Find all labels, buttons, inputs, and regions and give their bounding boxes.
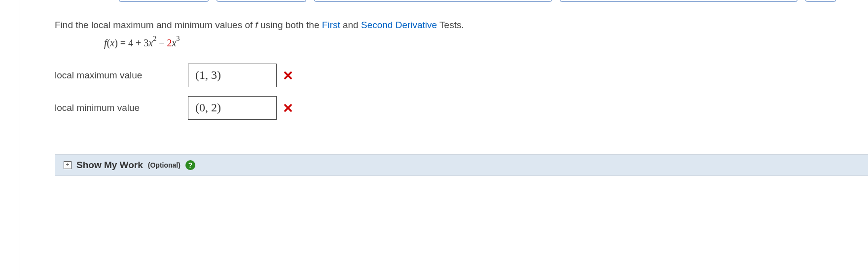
answer-row-min: local minimum value (0, 2): [55, 96, 868, 120]
prompt-text: Find the local maximum and minimum value…: [55, 20, 255, 30]
incorrect-icon: [284, 71, 292, 80]
answer-label: local minimum value: [55, 103, 188, 113]
show-my-work-optional: (Optional): [148, 161, 181, 169]
tab-stub: [314, 0, 552, 2]
tab-stub: [805, 0, 836, 2]
answer-row-max: local maximum value (1, 3): [55, 64, 868, 87]
expand-icon[interactable]: +: [64, 161, 72, 169]
question-panel: Find the local maximum and minimum value…: [20, 0, 868, 278]
answer-value: (1, 3): [195, 69, 221, 82]
top-tab-stubs: [119, 0, 868, 2]
prompt-text: Tests.: [437, 20, 464, 30]
question-content: Find the local maximum and minimum value…: [20, 0, 868, 176]
show-my-work-title: Show My Work: [76, 160, 143, 171]
help-icon-text: ?: [188, 161, 193, 169]
eq-equals: =: [118, 37, 128, 48]
eq-coef-highlight: 2: [167, 37, 172, 48]
incorrect-icon: [284, 104, 292, 112]
answer-input-max[interactable]: (1, 3): [188, 64, 277, 87]
eq-paren: ): [114, 37, 118, 48]
equation: f(x) = 4 + 3x2 − 2x3: [104, 36, 868, 49]
answer-value: (0, 2): [195, 101, 221, 114]
eq-power: 3: [176, 35, 180, 42]
prompt-text: using both the: [258, 20, 322, 30]
first-derivative-link[interactable]: First: [322, 20, 340, 30]
prompt-text: and: [340, 20, 361, 30]
eq-x: x: [110, 37, 114, 48]
help-icon[interactable]: ?: [185, 160, 195, 170]
eq-power: 2: [153, 35, 156, 42]
tab-stub: [119, 0, 209, 2]
tab-stub: [217, 0, 306, 2]
answer-input-min[interactable]: (0, 2): [188, 96, 277, 120]
tab-stub: [560, 0, 797, 2]
answer-label: local maximum value: [55, 70, 188, 81]
show-my-work-bar[interactable]: + Show My Work (Optional) ?: [55, 154, 868, 176]
question-prompt: Find the local maximum and minimum value…: [55, 20, 868, 31]
eq-x: x: [148, 37, 153, 48]
second-derivative-link[interactable]: Second Derivative: [361, 20, 437, 30]
eq-term: 4 + 3: [128, 37, 148, 48]
eq-minus: −: [156, 37, 167, 48]
